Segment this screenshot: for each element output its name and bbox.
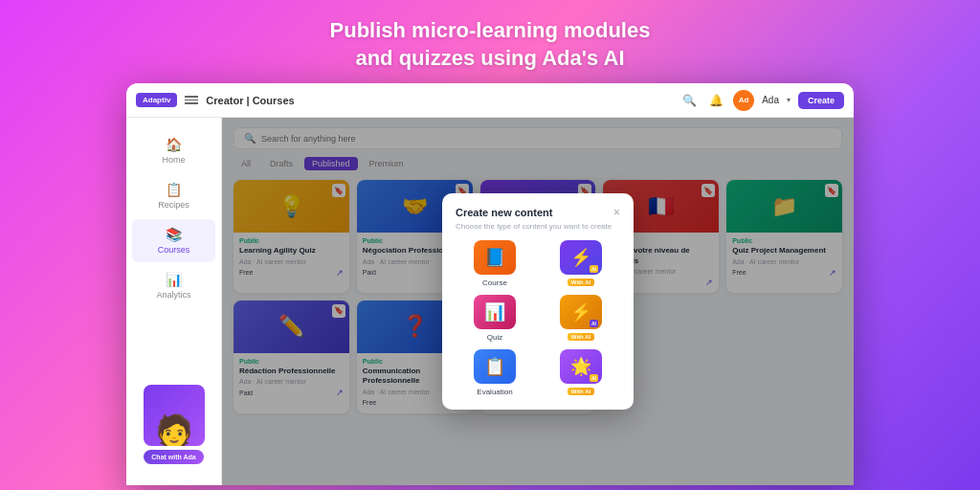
course-ai-label: With AI (568, 278, 594, 286)
menu-icon[interactable] (185, 96, 198, 104)
quiz-ai-icon: ⚡ AI (560, 295, 602, 329)
hero-heading: Publish micro-learning modules and quizz… (330, 0, 651, 83)
eval-ai-label: With AI (568, 388, 594, 395)
eval-option-label: Evaluation (477, 388, 512, 396)
quiz-option-label: Quiz (487, 333, 502, 342)
course-option-icon: 📘 (474, 240, 516, 275)
recipes-icon: 📋 (166, 182, 182, 197)
modal-title: Create new content (456, 207, 552, 218)
bell-icon[interactable]: 🔔 (706, 91, 725, 110)
ai-badge-2: AI (590, 320, 598, 327)
sidebar-item-recipes[interactable]: 📋 Recipes (132, 174, 215, 217)
avatar: Ad (733, 90, 754, 111)
content-area: 🔍 All Drafts Published Premium 💡 🔖 (222, 118, 854, 485)
quiz-option-icon: 📊 (474, 295, 516, 329)
option-quiz[interactable]: 📊 Quiz (456, 295, 534, 342)
modal-options: 📘 Course ⚡ AI With AI (456, 240, 620, 396)
option-eval-ai[interactable]: 🌟 AI With AI (542, 349, 620, 396)
chat-button[interactable]: Chat with Ada (144, 450, 203, 464)
eval-ai-icon: 🌟 AI (560, 349, 602, 384)
user-name: Ada (762, 95, 779, 105)
breadcrumb: Creator | Courses (206, 95, 672, 106)
course-option-label: Course (482, 278, 507, 287)
sidebar-item-home[interactable]: 🏠 Home (132, 129, 215, 172)
search-icon[interactable]: 🔍 (679, 91, 699, 110)
app-window: Adaptiv Creator | Courses 🔍 🔔 Ad Ada ▾ C… (126, 83, 854, 485)
sidebar-label-courses: Courses (158, 245, 190, 255)
modal-subtitle: Choose the type of content you want to c… (456, 222, 620, 231)
create-content-modal: Create new content × Choose the type of … (442, 193, 634, 410)
option-evaluation[interactable]: 📋 Evaluation (456, 349, 534, 396)
top-bar: Adaptiv Creator | Courses 🔍 🔔 Ad Ada ▾ C… (126, 83, 854, 118)
ai-badge-3: AI (590, 374, 598, 382)
eval-option-icon: 📋 (474, 349, 516, 384)
sidebar-label-home: Home (162, 155, 185, 165)
main-layout: 🏠 Home 📋 Recipes 📚 Courses 📊 Analytics 🧑… (126, 118, 854, 485)
create-button[interactable]: Create (798, 92, 844, 109)
modal-header: Create new content × (456, 207, 620, 218)
analytics-icon: 📊 (166, 272, 182, 287)
sidebar-bottom: 🧑 Chat with Ada (126, 375, 221, 474)
modal-overlay[interactable]: Create new content × Choose the type of … (222, 118, 854, 485)
top-bar-actions: 🔍 🔔 Ad Ada ▾ Create (679, 90, 844, 111)
option-course-ai[interactable]: ⚡ AI With AI (542, 240, 620, 287)
sidebar-label-recipes: Recipes (158, 200, 189, 210)
ai-badge-1: AI (590, 265, 598, 273)
home-icon: 🏠 (166, 137, 182, 152)
course-ai-icon: ⚡ AI (560, 240, 602, 275)
sidebar-item-courses[interactable]: 📚 Courses (132, 219, 215, 262)
assistant-figure: 🧑 (144, 385, 205, 446)
close-icon[interactable]: × (613, 207, 620, 218)
option-quiz-ai[interactable]: ⚡ AI With AI (542, 295, 620, 342)
quiz-ai-label: With AI (568, 333, 594, 341)
sidebar-item-analytics[interactable]: 📊 Analytics (132, 264, 215, 307)
option-course[interactable]: 📘 Course (456, 240, 534, 287)
logo: Adaptiv (136, 93, 177, 107)
courses-icon: 📚 (166, 227, 182, 242)
sidebar: 🏠 Home 📋 Recipes 📚 Courses 📊 Analytics 🧑… (126, 118, 222, 485)
sidebar-label-analytics: Analytics (156, 290, 190, 300)
chevron-down-icon[interactable]: ▾ (787, 96, 791, 104)
